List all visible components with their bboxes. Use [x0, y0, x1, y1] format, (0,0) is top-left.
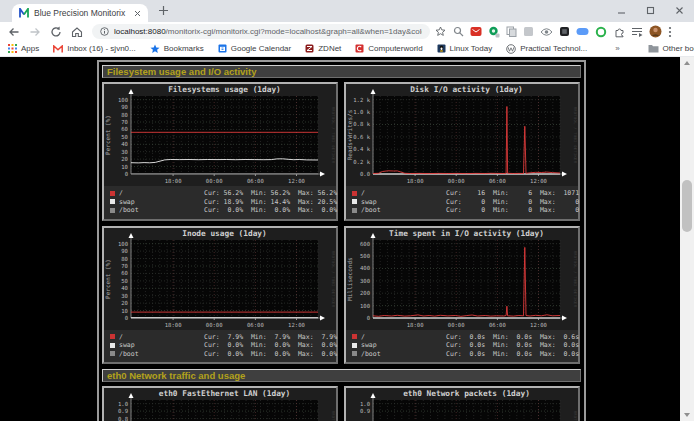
eye-extension-icon[interactable]	[540, 27, 553, 37]
svg-text:Filesystems usage (1day): Filesystems usage (1day)	[168, 85, 281, 94]
legend-series-name: swap	[361, 198, 377, 206]
svg-text:0: 0	[125, 171, 128, 177]
bookmark-label: Inbox (16) - sjvn0...	[67, 44, 135, 53]
url-host: localhost:8080	[114, 27, 166, 36]
gray-box-extension-icon[interactable]	[523, 26, 534, 37]
bookmark-gmail-inbox[interactable]: Inbox (16) - sjvn0...	[53, 44, 135, 53]
legend-series-name: swap	[119, 341, 135, 349]
profile-avatar[interactable]	[649, 25, 662, 38]
svg-text:0.8: 0.8	[118, 416, 129, 421]
svg-text:50: 50	[121, 277, 128, 283]
computerworld-icon	[355, 44, 364, 53]
mail-extension-icon[interactable]	[470, 26, 482, 37]
blue-pill-extension-icon[interactable]	[576, 27, 589, 36]
browser-toolbar: localhost:8080/monitorix-cgi/monitorix.c…	[0, 22, 694, 41]
graph-disk-io-activity[interactable]: 0.00.2 k0.4 k0.6 k0.8 k1.0 k1.2 k18:0000…	[346, 84, 578, 186]
other-bookmarks-folder[interactable]: Other bookmarks	[648, 44, 694, 53]
svg-text:600: 600	[360, 240, 370, 246]
back-icon[interactable]	[8, 26, 20, 38]
legend-values: Cur: 0.0s Min: 0.0s Max: 0.0s	[446, 350, 579, 358]
bookmark-computerworld[interactable]: Computerworld	[355, 44, 422, 53]
charts-row-3: 1.00.90.818:0000:0006:0012:00eth0 FastEt…	[102, 386, 581, 421]
scrollbar-up-arrow[interactable]	[680, 57, 694, 69]
svg-text:1.2 k: 1.2 k	[353, 97, 370, 103]
bookmark-google-calendar[interactable]: Google Calendar	[218, 44, 291, 53]
legend-values: Cur: 0.0s Min: 0.0s Max: 0.0s	[446, 341, 579, 349]
window-maximize-button[interactable]	[646, 6, 655, 15]
page-info-icon[interactable]	[100, 27, 109, 36]
url-text[interactable]: localhost:8080/monitorix-cgi/monitorix.c…	[114, 27, 422, 36]
svg-text:18:00: 18:00	[407, 178, 424, 184]
svg-text:Percent (%): Percent (%)	[104, 115, 111, 155]
svg-text:90: 90	[121, 248, 128, 254]
kebab-menu-icon[interactable]	[668, 26, 672, 38]
svg-text:0.0: 0.0	[360, 171, 370, 177]
svg-text:60: 60	[121, 270, 128, 276]
legend-row: /Cur: 16 Min: 6 Max: 1071	[352, 189, 578, 198]
tab-close-icon[interactable]	[134, 10, 141, 17]
svg-text:70: 70	[121, 119, 128, 125]
bookmark-practical-technology[interactable]: Practical Technol...	[506, 44, 587, 54]
bookmark-bookmarks[interactable]: Bookmarks	[150, 44, 204, 54]
graph-inode-usage[interactable]: 010203040506070809010018:0000:0006:0012:…	[104, 228, 336, 330]
dark-square-extension-icon[interactable]	[559, 26, 570, 37]
reload-icon[interactable]	[50, 26, 62, 38]
green-orb-extension-icon[interactable]	[488, 26, 500, 38]
copy-pages-extension-icon[interactable]	[506, 26, 517, 37]
graph-legend-disk-io-activity: /Cur: 16 Min: 6 Max: 1071swapCur: 0 Min:…	[346, 186, 578, 219]
graph-filesystems-usage[interactable]: 010203040506070809010018:0000:0006:0012:…	[104, 84, 336, 186]
bookmark-apps[interactable]: Apps	[8, 44, 39, 53]
bookmark-label: Linux Today	[450, 44, 493, 53]
legend-values: Cur: 0 Min: 0 Max: 0	[446, 198, 579, 206]
svg-text:0: 0	[367, 315, 370, 321]
legend-values: Cur: 0.0% Min: 0.0% Max: 0.0%	[204, 341, 337, 349]
svg-text:70: 70	[121, 263, 128, 269]
bookmark-linux-today[interactable]: Linux Today	[437, 44, 493, 53]
media-queue-icon[interactable]	[631, 27, 643, 37]
green-ring-extension-icon[interactable]	[595, 26, 607, 38]
svg-text:10: 10	[121, 307, 128, 313]
svg-text:90: 90	[121, 104, 128, 110]
bookmarks-overflow-chevron[interactable]: »	[615, 44, 619, 53]
tab-blue-precision-monitorix[interactable]: Blue Precision Monitorix	[12, 4, 148, 22]
svg-text:100: 100	[118, 97, 128, 103]
legend-row: /Cur: 56.2% Min: 56.2% Max: 56.2%	[110, 189, 336, 198]
search-extension-icon[interactable]	[453, 26, 464, 37]
bookmark-label: Computerworld	[368, 44, 422, 53]
graph-panel-eth0-lan: 1.00.90.818:0000:0006:0012:00eth0 FastEt…	[102, 386, 338, 421]
svg-text:60: 60	[121, 126, 128, 132]
bookmark-zdnet[interactable]: ZDNet	[305, 44, 341, 53]
new-tab-button[interactable]	[158, 5, 169, 16]
legend-row: /bootCur: 0.0% Min: 0.0% Max: 0.0%	[110, 350, 336, 359]
wordpress-icon	[506, 44, 516, 54]
legend-series-name: /boot	[119, 206, 139, 214]
legend-values: Cur: 7.9% Min: 7.9% Max: 7.9%	[204, 333, 337, 341]
gmail-icon	[53, 45, 63, 53]
svg-text:00:00: 00:00	[206, 322, 223, 328]
graph-eth0-network-packets[interactable]: 1.00.918:0000:0006:0012:00eth0 Network p…	[346, 388, 578, 421]
bookmark-label: Bookmarks	[164, 44, 204, 53]
scrollbar-down-arrow[interactable]	[680, 409, 694, 421]
window-minimize-button[interactable]	[617, 6, 626, 15]
graph-time-spent-io[interactable]: 010020030040050060018:0000:0006:0012:00T…	[346, 228, 578, 330]
forward-icon[interactable]	[29, 26, 41, 38]
bookmark-label: Google Calendar	[231, 44, 291, 53]
scrollbar-thumb[interactable]	[682, 180, 692, 232]
extensions-puzzle-icon[interactable]	[613, 26, 625, 38]
graph-eth0-fastethernet-lan[interactable]: 1.00.90.818:0000:0006:0012:00eth0 FastEt…	[104, 388, 336, 421]
bookmark-star-icon[interactable]	[435, 26, 446, 37]
url-path: /monitorix-cgi/monitorix.cgi?mode=localh…	[166, 27, 422, 36]
window-close-button[interactable]	[675, 6, 684, 15]
svg-text:30: 30	[121, 292, 128, 298]
legend-series-name: /	[119, 333, 123, 341]
svg-text:18:00: 18:00	[165, 322, 182, 328]
svg-text:eth0 Network packets (1day): eth0 Network packets (1day)	[403, 389, 530, 398]
address-bar[interactable]: localhost:8080/monitorix-cgi/monitorix.c…	[92, 24, 430, 39]
svg-text:Disk I/O activity (1day): Disk I/O activity (1day)	[410, 85, 523, 94]
svg-text:RRDTOOL / TOBI OETIKER: RRDTOOL / TOBI OETIKER	[573, 250, 577, 307]
svg-text:Milliseconds: Milliseconds	[346, 256, 353, 300]
home-icon[interactable]	[71, 26, 83, 38]
svg-text:00:00: 00:00	[206, 178, 223, 184]
svg-text:80: 80	[121, 112, 128, 118]
vertical-scrollbar[interactable]	[680, 57, 694, 421]
